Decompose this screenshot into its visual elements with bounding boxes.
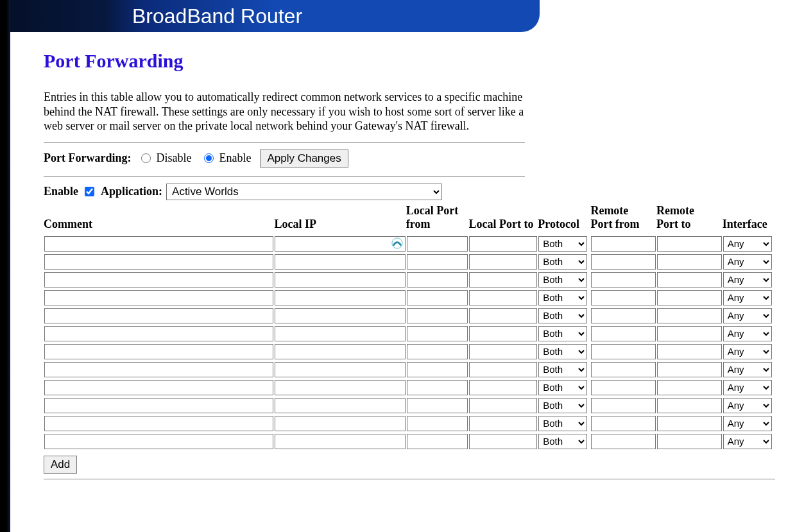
protocol-select[interactable]: Both	[538, 254, 587, 270]
local-ip-input[interactable]	[275, 236, 405, 252]
local-port-to-input[interactable]	[469, 308, 537, 323]
remote-port-from-input[interactable]	[591, 380, 656, 395]
add-button[interactable]: Add	[44, 456, 77, 474]
remote-port-from-input[interactable]	[591, 398, 656, 413]
protocol-select[interactable]: Both	[538, 236, 587, 252]
remote-port-from-input[interactable]	[591, 236, 656, 252]
protocol-select[interactable]: Both	[538, 434, 587, 449]
interface-select[interactable]: Any	[723, 326, 772, 341]
local-ip-input[interactable]	[275, 362, 405, 377]
interface-select[interactable]: Any	[723, 236, 772, 252]
local-port-to-input[interactable]	[469, 272, 537, 287]
local-ip-input[interactable]	[275, 290, 405, 305]
comment-input[interactable]	[44, 272, 273, 287]
interface-select[interactable]: Any	[723, 416, 772, 431]
remote-port-to-input[interactable]	[657, 416, 722, 431]
local-port-from-input[interactable]	[407, 254, 468, 270]
remote-port-from-input[interactable]	[591, 326, 656, 341]
remote-port-to-input[interactable]	[657, 272, 722, 287]
comment-input[interactable]	[44, 308, 273, 323]
remote-port-from-input[interactable]	[591, 344, 656, 359]
comment-input[interactable]	[44, 398, 273, 413]
apply-changes-button[interactable]: Apply Changes	[260, 150, 348, 167]
local-port-to-input[interactable]	[469, 362, 537, 377]
local-port-from-input[interactable]	[407, 362, 468, 377]
remote-port-to-input[interactable]	[657, 254, 722, 270]
protocol-select[interactable]: Both	[538, 416, 587, 431]
protocol-select[interactable]: Both	[538, 344, 587, 359]
protocol-select[interactable]: Both	[538, 290, 587, 305]
application-select[interactable]: Active Worlds	[166, 184, 442, 200]
protocol-select[interactable]: Both	[538, 272, 587, 287]
local-port-from-input[interactable]	[407, 434, 468, 449]
local-port-from-input[interactable]	[407, 398, 468, 413]
interface-select[interactable]: Any	[723, 308, 772, 323]
local-port-from-input[interactable]	[407, 380, 468, 395]
protocol-select[interactable]: Both	[538, 362, 587, 377]
local-port-from-input[interactable]	[407, 326, 468, 341]
remote-port-to-input[interactable]	[657, 380, 722, 395]
local-port-from-input[interactable]	[407, 290, 468, 305]
local-port-from-input[interactable]	[407, 236, 468, 252]
remote-port-from-input[interactable]	[591, 362, 656, 377]
interface-select[interactable]: Any	[723, 362, 772, 377]
local-port-from-input[interactable]	[407, 272, 468, 287]
interface-select[interactable]: Any	[723, 254, 772, 270]
local-ip-input[interactable]	[275, 434, 405, 449]
remote-port-from-input[interactable]	[591, 254, 656, 270]
local-port-to-input[interactable]	[469, 380, 537, 395]
local-ip-input[interactable]	[275, 380, 405, 395]
pf-disable-radio[interactable]	[141, 153, 151, 163]
local-port-to-input[interactable]	[469, 398, 537, 413]
local-port-to-input[interactable]	[469, 290, 537, 305]
local-ip-input[interactable]	[275, 344, 405, 359]
remote-port-to-input[interactable]	[657, 344, 722, 359]
local-port-to-input[interactable]	[469, 416, 537, 431]
remote-port-from-input[interactable]	[591, 416, 656, 431]
protocol-select[interactable]: Both	[538, 308, 587, 323]
remote-port-to-input[interactable]	[657, 362, 722, 377]
remote-port-from-input[interactable]	[591, 272, 656, 287]
local-port-to-input[interactable]	[469, 236, 537, 252]
remote-port-to-input[interactable]	[657, 398, 722, 413]
remote-port-to-input[interactable]	[657, 308, 722, 323]
comment-input[interactable]	[44, 434, 273, 449]
interface-select[interactable]: Any	[723, 272, 772, 287]
comment-input[interactable]	[44, 416, 273, 431]
enable-checkbox[interactable]	[85, 187, 94, 196]
pf-enable-radio[interactable]	[204, 153, 214, 163]
local-ip-input[interactable]	[275, 254, 405, 270]
comment-input[interactable]	[44, 254, 273, 270]
local-port-from-input[interactable]	[407, 344, 468, 359]
comment-input[interactable]	[44, 290, 273, 305]
remote-port-from-input[interactable]	[591, 434, 656, 449]
interface-select[interactable]: Any	[723, 290, 772, 305]
local-port-to-input[interactable]	[469, 254, 537, 270]
local-port-to-input[interactable]	[469, 344, 537, 359]
local-ip-input[interactable]	[275, 308, 405, 323]
local-ip-input[interactable]	[275, 326, 405, 341]
comment-input[interactable]	[44, 344, 273, 359]
comment-input[interactable]	[44, 326, 273, 341]
interface-select[interactable]: Any	[723, 434, 772, 449]
local-port-from-input[interactable]	[407, 308, 468, 323]
protocol-select[interactable]: Both	[538, 326, 587, 341]
local-ip-input[interactable]	[275, 398, 405, 413]
remote-port-to-input[interactable]	[657, 434, 722, 449]
comment-input[interactable]	[44, 380, 273, 395]
remote-port-from-input[interactable]	[591, 290, 656, 305]
protocol-select[interactable]: Both	[538, 398, 587, 413]
local-ip-input[interactable]	[275, 416, 405, 431]
local-port-from-input[interactable]	[407, 416, 468, 431]
local-ip-input[interactable]	[275, 272, 405, 287]
interface-select[interactable]: Any	[723, 344, 772, 359]
remote-port-to-input[interactable]	[657, 326, 722, 341]
comment-input[interactable]	[44, 236, 273, 252]
comment-input[interactable]	[44, 362, 273, 377]
local-port-to-input[interactable]	[469, 434, 537, 449]
remote-port-to-input[interactable]	[657, 290, 722, 305]
local-port-to-input[interactable]	[469, 326, 537, 341]
interface-select[interactable]: Any	[723, 380, 772, 395]
remote-port-to-input[interactable]	[657, 236, 722, 252]
protocol-select[interactable]: Both	[538, 380, 587, 395]
